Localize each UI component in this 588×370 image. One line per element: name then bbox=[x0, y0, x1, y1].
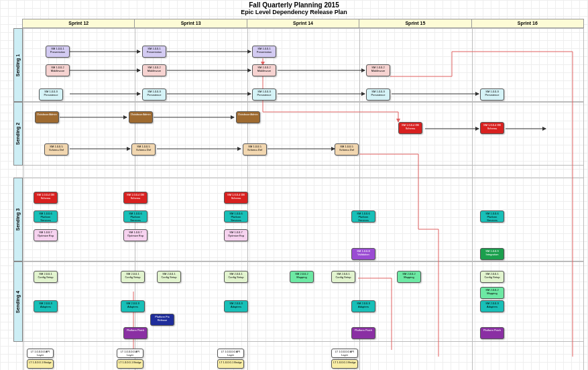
epic-card[interactable]: Platform Patch bbox=[351, 327, 375, 339]
epic-card[interactable]: LT 1.0.0.0.0 API Layer bbox=[331, 349, 358, 358]
epic-card[interactable]: SM 2.0.0.3 Adapters bbox=[34, 300, 58, 312]
epic-card[interactable]: SM 1.0.0.4 DB Schema bbox=[224, 192, 248, 204]
epic-card[interactable]: SM 2.0.0.2 Mapping bbox=[290, 271, 314, 283]
epic-card[interactable]: LT 1.0.0.0.0 API Layer bbox=[217, 349, 244, 358]
epic-card[interactable]: SM 1.0.0.3 Persistence bbox=[366, 88, 390, 101]
epic-card[interactable]: SM 1.0.0.1 Presentation bbox=[142, 46, 166, 58]
epic-card[interactable]: SM 2.0.0.1 Config Setup bbox=[224, 271, 248, 283]
epic-card[interactable]: LT 1.0.0.0.0 API Layer bbox=[117, 349, 143, 358]
dependency-lines bbox=[23, 28, 584, 370]
epic-card[interactable]: SM 2.0.0.1 Config Setup bbox=[157, 271, 181, 283]
epic-card[interactable]: Database Admin bbox=[236, 111, 260, 123]
row-label-sending2: Sending 2 bbox=[13, 102, 23, 166]
epic-card[interactable]: SM 1.0.0.2 Middleware bbox=[366, 64, 390, 76]
epic-card[interactable]: Platform Patch bbox=[480, 327, 504, 339]
epic-card[interactable]: SM 1.0.0.9 Integration bbox=[480, 248, 504, 260]
epic-card[interactable]: SM 1.0.0.6 Platform Services bbox=[34, 210, 58, 223]
epic-card[interactable]: SM 1.0.0.2 Middleware bbox=[252, 64, 276, 76]
epic-card[interactable]: SM 2.0.0.3 Adapters bbox=[351, 300, 375, 312]
epic-card[interactable]: LT 1.0.0.0.1 Bridge bbox=[217, 359, 244, 369]
epic-card[interactable]: SM 1.0.0.2 Middleware bbox=[46, 64, 70, 76]
epic-card[interactable]: SM 2.0.0.2 Mapping bbox=[480, 287, 504, 299]
col-sprint-12: Sprint 12 bbox=[22, 19, 135, 28]
epic-card[interactable]: SM 2.0.0.1 Config Setup bbox=[480, 271, 504, 283]
epic-card[interactable]: Platform Patch bbox=[123, 327, 148, 339]
row-label-sending3: Sending 3 bbox=[13, 178, 23, 261]
row-label-sending4: Sending 4 bbox=[13, 261, 23, 342]
epic-card[interactable]: SM 1.0.0.6 Platform Services bbox=[224, 210, 248, 223]
epic-card[interactable]: SM 1.0.0.1 Presentation bbox=[46, 46, 70, 58]
page-title: Fall Quarterly Planning 2015 bbox=[0, 1, 588, 9]
epic-card[interactable]: LT 1.0.0.0.1 Bridge bbox=[117, 359, 143, 369]
epic-card[interactable]: SM 1.0.0.3 Persistence bbox=[252, 88, 276, 101]
epic-card[interactable]: SM 2.0.0.3 Adapters bbox=[121, 300, 145, 312]
col-sprint-14: Sprint 14 bbox=[247, 19, 359, 28]
col-sprint-15: Sprint 15 bbox=[359, 19, 471, 28]
epic-card[interactable]: SM 1.0.0.2 Middleware bbox=[142, 64, 166, 76]
epic-card[interactable]: SM 1.0.0.5 Schema Def bbox=[131, 143, 156, 156]
page-subtitle: Epic Level Dependency Release Plan bbox=[0, 9, 588, 15]
epic-card[interactable]: SM 2.0.0.2 Mapping bbox=[397, 271, 421, 283]
epic-card[interactable]: LT 1.0.0.0.1 Bridge bbox=[27, 359, 54, 369]
epic-card[interactable]: SM 1.0.0.7 Optimize Exp bbox=[224, 229, 248, 241]
epic-card[interactable]: SM 1.0.0.6 Platform Services bbox=[351, 210, 375, 223]
sprint-header-row: Sprint 12 Sprint 13 Sprint 14 Sprint 15 … bbox=[23, 19, 584, 28]
epic-card[interactable]: SM 1.0.0.5 Schema Def bbox=[44, 143, 68, 156]
row-label-sending1: Sending 1 bbox=[13, 28, 23, 102]
epic-card[interactable]: Platform Fix Release bbox=[150, 314, 174, 326]
diagram-canvas[interactable]: SM 1.0.0.1 Presentation SM 1.0.0.1 Prese… bbox=[23, 28, 584, 370]
epic-card[interactable]: SM 1.0.0.8 Validation bbox=[351, 248, 375, 260]
epic-card[interactable]: SM 1.0.0.4 DB Schema bbox=[34, 192, 58, 204]
epic-card[interactable]: SM 1.0.0.3 Persistence bbox=[480, 88, 504, 101]
epic-card[interactable]: SM 2.0.0.1 Config Setup bbox=[331, 271, 355, 283]
epic-card[interactable]: SM 2.0.0.3 Adapters bbox=[224, 300, 248, 312]
epic-card[interactable]: SM 2.0.0.1 Config Setup bbox=[121, 271, 145, 283]
epic-card[interactable]: LT 1.0.0.0.0 API Layer bbox=[27, 349, 54, 358]
epic-card[interactable]: SM 1.0.0.7 Optimize Exp bbox=[123, 229, 148, 241]
title-block: Fall Quarterly Planning 2015 Epic Level … bbox=[0, 1, 588, 15]
epic-card[interactable]: SM 1.0.0.6 Platform Services bbox=[480, 210, 504, 223]
col-sprint-13: Sprint 13 bbox=[134, 19, 247, 28]
epic-card[interactable]: LT 1.0.0.0.1 Bridge bbox=[331, 359, 358, 369]
epic-card[interactable]: Database Admin bbox=[35, 111, 59, 123]
epic-card[interactable]: SM 1.0.0.1 Presentation bbox=[252, 46, 276, 58]
epic-card[interactable]: Database Admin bbox=[129, 111, 153, 123]
epic-card[interactable]: SM 1.0.0.4 DB Schema bbox=[398, 122, 422, 134]
epic-card[interactable]: SM 1.0.0.5 Schema Def bbox=[335, 143, 359, 156]
epic-card[interactable]: SM 1.0.0.3 Persistence bbox=[39, 88, 63, 101]
epic-card[interactable]: SM 1.0.0.7 Optimize Exp bbox=[34, 229, 58, 241]
epic-card[interactable]: SM 1.0.0.5 Schema Def bbox=[243, 143, 267, 156]
col-sprint-16: Sprint 16 bbox=[471, 19, 584, 28]
epic-card[interactable]: SM 2.0.0.1 Config Setup bbox=[34, 271, 58, 283]
epic-card[interactable]: SM 1.0.0.3 Persistence bbox=[142, 88, 166, 101]
epic-card[interactable]: SM 2.0.0.3 Adapters bbox=[480, 300, 504, 312]
epic-card[interactable]: SM 1.0.0.6 Platform Services bbox=[123, 210, 148, 223]
epic-card[interactable]: SM 1.0.0.4 DB Schema bbox=[123, 192, 148, 204]
epic-card[interactable]: SM 1.0.0.4 DB Schema bbox=[480, 122, 504, 134]
